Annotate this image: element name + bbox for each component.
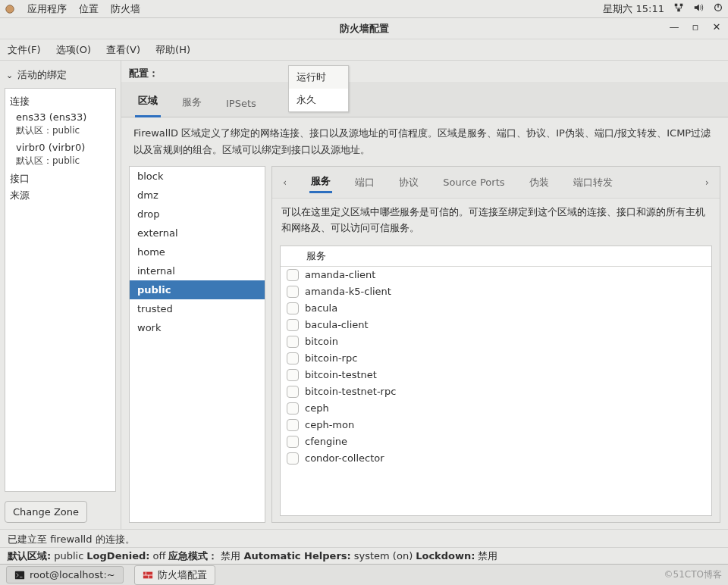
service-checkbox[interactable] bbox=[287, 402, 299, 415]
config-option-runtime[interactable]: 运行时 bbox=[289, 66, 348, 89]
service-row[interactable]: amanda-client bbox=[281, 267, 711, 283]
desktop-taskbar: root@localhost:~ 防火墙配置 ©51CTO博客 bbox=[0, 564, 728, 585]
footer-logdenied-label: LogDenied: bbox=[86, 550, 149, 562]
network-icon[interactable] bbox=[673, 2, 684, 15]
left-panel: ⌄ 活动的绑定 连接 ens33 (ens33) 默认区：public virb… bbox=[0, 61, 121, 529]
dtab-port-forward[interactable]: 端口转发 bbox=[572, 173, 614, 192]
service-row[interactable]: bacula-client bbox=[281, 317, 711, 333]
zone-item-drop[interactable]: drop bbox=[130, 205, 265, 224]
tab-ipsets[interactable]: IPSets bbox=[223, 93, 259, 117]
apps-menu[interactable]: 应用程序 bbox=[27, 2, 67, 16]
service-name: amanda-client bbox=[305, 269, 375, 280]
dtab-protocols[interactable]: 协议 bbox=[397, 173, 420, 192]
interfaces-heading: 接口 bbox=[10, 170, 111, 187]
minimize-button[interactable]: — bbox=[669, 21, 679, 32]
zone-item-home[interactable]: home bbox=[130, 242, 265, 261]
footer-logdenied-value: off bbox=[153, 550, 166, 562]
dtab-services[interactable]: 服务 bbox=[309, 171, 332, 193]
service-row[interactable]: amanda-k5-client bbox=[281, 283, 711, 300]
power-icon[interactable] bbox=[713, 2, 723, 15]
dtab-ports[interactable]: 端口 bbox=[353, 173, 376, 192]
taskbar-terminal[interactable]: root@localhost:~ bbox=[6, 566, 124, 583]
taskbar-terminal-label: root@localhost:~ bbox=[30, 569, 115, 580]
menu-file[interactable]: 文件(F) bbox=[8, 43, 41, 57]
service-checkbox[interactable] bbox=[287, 369, 299, 381]
service-name: cfengine bbox=[305, 436, 347, 447]
service-row[interactable]: bitcoin-testnet-rpc bbox=[281, 383, 711, 400]
zone-item-block[interactable]: block bbox=[130, 167, 265, 186]
service-name: bacula bbox=[305, 302, 337, 314]
volume-icon[interactable] bbox=[693, 2, 704, 15]
config-dropdown[interactable]: 运行时 永久 bbox=[288, 65, 349, 112]
service-checkbox[interactable] bbox=[287, 452, 299, 465]
service-row[interactable]: ceph bbox=[281, 400, 711, 417]
service-checkbox[interactable] bbox=[287, 352, 299, 364]
config-label: 配置： bbox=[129, 67, 158, 80]
taskbar-firewall[interactable]: 防火墙配置 bbox=[134, 565, 215, 585]
close-button[interactable]: ✕ bbox=[711, 21, 722, 32]
chevron-down-icon: ⌄ bbox=[6, 70, 13, 80]
connection-default: 默认区：public bbox=[10, 155, 111, 170]
scroll-right-icon[interactable]: › bbox=[704, 177, 711, 188]
zone-item-trusted[interactable]: trusted bbox=[130, 299, 265, 318]
service-row[interactable]: bitcoin-rpc bbox=[281, 350, 711, 367]
gnome-foot-icon bbox=[5, 4, 15, 14]
firewall-menu[interactable]: 防火墙 bbox=[111, 2, 140, 16]
window-titlebar: 防火墙配置 — ▫ ✕ bbox=[0, 18, 728, 39]
service-checkbox[interactable] bbox=[287, 286, 299, 298]
service-row[interactable]: bacula bbox=[281, 300, 711, 317]
service-checkbox[interactable] bbox=[287, 319, 299, 331]
scroll-left-icon[interactable]: ‹ bbox=[281, 177, 288, 188]
service-checkbox[interactable] bbox=[287, 419, 299, 431]
zone-item-dmz[interactable]: dmz bbox=[130, 186, 265, 205]
service-checkbox[interactable] bbox=[287, 302, 299, 314]
tab-services[interactable]: 服务 bbox=[179, 91, 205, 117]
tab-zones[interactable]: 区域 bbox=[135, 89, 161, 117]
zone-description: FirewallD 区域定义了绑定的网络连接、接口以及源地址的可信程度。区域是服… bbox=[121, 117, 728, 166]
dtab-masquerade[interactable]: 伪装 bbox=[528, 173, 551, 192]
main-tabs: 区域 服务 IPSets bbox=[121, 82, 728, 117]
service-checkbox[interactable] bbox=[287, 336, 299, 348]
zone-detail-tabs: ‹ 服务 端口 协议 Source Ports 伪装 端口转发 › bbox=[272, 167, 720, 199]
connection-default: 默认区：public bbox=[10, 124, 111, 140]
zone-item-public[interactable]: public bbox=[130, 280, 265, 299]
service-row[interactable]: condor-collector bbox=[281, 450, 711, 467]
menu-help[interactable]: 帮助(H) bbox=[155, 43, 190, 57]
config-option-permanent[interactable]: 永久 bbox=[289, 89, 348, 111]
taskbar-firewall-label: 防火墙配置 bbox=[158, 568, 207, 582]
service-row[interactable]: bitcoin bbox=[281, 333, 711, 350]
service-name: amanda-k5-client bbox=[305, 286, 391, 297]
connections-heading: 连接 bbox=[10, 93, 111, 110]
service-row[interactable]: bitcoin-testnet bbox=[281, 367, 711, 383]
maximize-button[interactable]: ▫ bbox=[690, 21, 701, 32]
clock[interactable]: 星期六 15:11 bbox=[603, 2, 664, 16]
service-row[interactable]: ceph-mon bbox=[281, 417, 711, 433]
footer-lockdown-label: Lockdown: bbox=[416, 550, 475, 562]
menu-options[interactable]: 选项(O) bbox=[56, 43, 91, 57]
connection-item[interactable]: virbr0 (virbr0) bbox=[10, 140, 111, 155]
service-checkbox[interactable] bbox=[287, 386, 299, 398]
app-menubar: 文件(F) 选项(O) 查看(V) 帮助(H) bbox=[0, 39, 728, 61]
window-title: 防火墙配置 bbox=[340, 22, 389, 36]
status-line: 已建立至 firewalld 的连接。 bbox=[0, 529, 728, 547]
footer-default-zone-label: 默认区域: bbox=[8, 549, 51, 563]
places-menu[interactable]: 位置 bbox=[79, 2, 99, 16]
service-name: bitcoin bbox=[305, 336, 338, 347]
service-row[interactable]: cfengine bbox=[281, 433, 711, 450]
terminal-icon bbox=[14, 570, 25, 580]
service-checkbox[interactable] bbox=[287, 436, 299, 448]
zone-item-external[interactable]: external bbox=[130, 224, 265, 242]
footer-helpers-label: Automatic Helpers: bbox=[243, 550, 350, 562]
zone-item-work[interactable]: work bbox=[130, 318, 265, 337]
services-description: 可以在这里定义区域中哪些服务是可信的。可连接至绑定到这个区域的连接、接口和源的所… bbox=[272, 199, 720, 242]
connection-item[interactable]: ens33 (ens33) bbox=[10, 110, 111, 124]
service-name: bitcoin-testnet-rpc bbox=[305, 386, 396, 397]
menu-view[interactable]: 查看(V) bbox=[106, 43, 140, 57]
dtab-source-ports[interactable]: Source Ports bbox=[441, 174, 506, 191]
active-bindings-toggle[interactable]: ⌄ 活动的绑定 bbox=[5, 65, 116, 85]
zone-item-internal[interactable]: internal bbox=[130, 261, 265, 280]
config-row: 配置： 运行时 永久 bbox=[121, 61, 728, 82]
main-panel: 配置： 运行时 永久 区域 服务 IPSets FirewallD 区域定义了绑… bbox=[121, 61, 728, 529]
service-checkbox[interactable] bbox=[287, 269, 299, 281]
change-zone-button[interactable]: Change Zone bbox=[5, 501, 87, 523]
